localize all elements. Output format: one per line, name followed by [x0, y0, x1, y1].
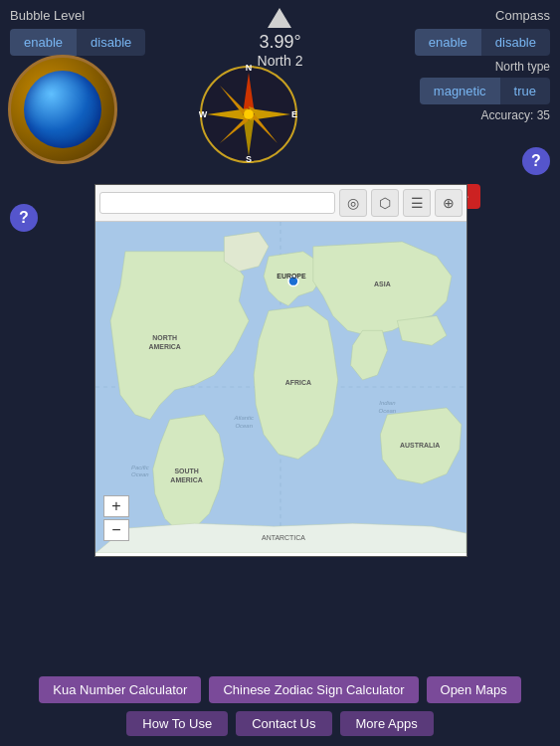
north-type-btn-group: magnetic true [420, 78, 550, 104]
more-apps-button[interactable]: More Apps [340, 711, 434, 736]
location-icon-btn[interactable]: ◎ [339, 189, 367, 217]
zoom-in-button[interactable]: + [103, 495, 129, 517]
help-right-section: ? [522, 147, 550, 175]
compass-btn-group: enable disable [415, 29, 550, 56]
zoom-out-button[interactable]: − [103, 519, 129, 541]
bottom-row-2: How To Use Contact Us More Apps [126, 711, 433, 736]
bubble-label: Bubble Level [10, 8, 85, 23]
zodiac-calculator-button[interactable]: Chinese Zodiac Sign Calculator [209, 676, 418, 703]
bubble-section: Bubble Level enable disable [10, 8, 145, 56]
magnetic-button[interactable]: magnetic [420, 78, 500, 104]
compass-label: Compass [495, 8, 550, 23]
map-search-input[interactable] [99, 192, 335, 214]
bubble-outer [8, 55, 117, 164]
help-right-button[interactable]: ? [522, 147, 550, 175]
contact-us-button[interactable]: Contact Us [236, 711, 331, 736]
svg-text:ASIA: ASIA [374, 280, 391, 287]
how-to-use-button[interactable]: How To Use [126, 711, 228, 736]
north-type-label: North type [495, 60, 550, 74]
world-map-svg: NORTH AMERICA SOUTH AMERICA EUROPE AFRIC… [95, 222, 467, 553]
bubble-btn-group: enable disable [10, 29, 145, 56]
bubble-visual [8, 55, 117, 164]
svg-text:Pacific: Pacific [131, 465, 149, 470]
svg-text:AUSTRALIA: AUSTRALIA [400, 442, 440, 449]
bottom-row-1: Kua Number Calculator Chinese Zodiac Sig… [39, 676, 520, 703]
svg-text:Ocean: Ocean [131, 471, 149, 477]
svg-text:EUROPE: EUROPE [277, 273, 306, 280]
accuracy-label: Accuracy: 35 [481, 108, 550, 122]
map-container: ◎ ⬡ ☰ ⊕ [94, 184, 467, 557]
zoom-controls: + − [103, 495, 129, 541]
svg-text:NORTH: NORTH [152, 334, 177, 341]
svg-text:Ocean: Ocean [235, 423, 253, 429]
help-left-button[interactable]: ? [10, 204, 38, 232]
svg-text:W: W [199, 109, 208, 119]
bottom-section: Kua Number Calculator Chinese Zodiac Sig… [0, 676, 560, 736]
map-toolbar: ◎ ⬡ ☰ ⊕ [95, 185, 467, 222]
compass-enable-button[interactable]: enable [415, 29, 481, 56]
svg-point-9 [244, 109, 254, 119]
bubble-enable-button[interactable]: enable [10, 29, 77, 56]
north-arrow-icon [268, 8, 291, 28]
svg-text:ANTARCTICA: ANTARCTICA [262, 534, 305, 541]
open-maps-button[interactable]: Open Maps [427, 676, 521, 703]
bubble-disable-button[interactable]: disable [77, 29, 145, 56]
compass-center: 3.99° North 2 [258, 8, 303, 69]
layers-icon-btn[interactable]: ⊕ [435, 189, 463, 217]
svg-text:SOUTH: SOUTH [174, 467, 198, 474]
help-left-section: ? [10, 204, 38, 232]
svg-text:AMERICA: AMERICA [170, 476, 202, 483]
svg-text:Ocean: Ocean [379, 408, 397, 414]
pin-icon-btn[interactable]: ⬡ [371, 189, 399, 217]
svg-text:N: N [246, 65, 253, 73]
compass-section: Compass enable disable North type magnet… [415, 8, 550, 122]
bubble-inner [24, 71, 101, 148]
map-body: NORTH AMERICA SOUTH AMERICA EUROPE AFRIC… [95, 222, 467, 553]
svg-text:S: S [246, 154, 252, 164]
degree-value: 3.99° [259, 32, 300, 53]
svg-text:E: E [291, 109, 297, 119]
svg-text:Atlantic: Atlantic [233, 415, 254, 421]
compass-disable-button[interactable]: disable [481, 29, 550, 56]
svg-text:AMERICA: AMERICA [149, 343, 181, 350]
svg-text:AFRICA: AFRICA [285, 379, 311, 386]
list-icon-btn[interactable]: ☰ [403, 189, 431, 217]
true-button[interactable]: true [500, 78, 550, 104]
compass-rose-svg: N S E W [199, 65, 298, 164]
compass-rose: N S E W [199, 65, 298, 164]
kua-calculator-button[interactable]: Kua Number Calculator [39, 676, 201, 703]
svg-text:Indian: Indian [379, 400, 396, 406]
